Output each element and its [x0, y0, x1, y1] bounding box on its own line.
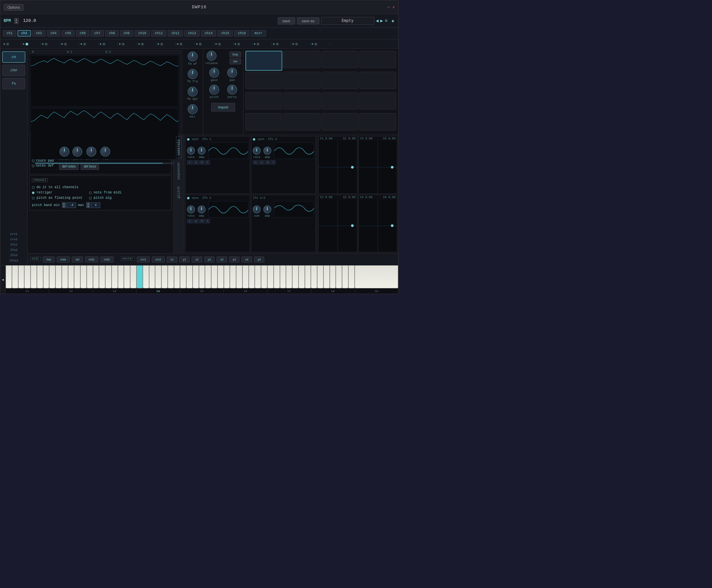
pitch-band-min-input[interactable]: ▲ ▼ -4: [62, 202, 76, 208]
pad-3[interactable]: [322, 51, 358, 68]
tab-ch16[interactable]: ch16: [234, 30, 249, 37]
key-d1[interactable]: [12, 266, 18, 288]
play-btn-ch4[interactable]: ▶: [61, 42, 63, 46]
key-e3[interactable]: [105, 266, 111, 288]
tab-ch14[interactable]: ch14: [201, 30, 216, 37]
key-e5[interactable]: [192, 266, 199, 288]
pitch-float-check[interactable]: [32, 197, 35, 200]
bottom-x2-btn[interactable]: x2: [191, 256, 202, 262]
key-a2[interactable]: [80, 266, 87, 288]
sidebar-lfo12[interactable]: lfo12: [2, 259, 25, 262]
lfo1-sync-dot[interactable]: [187, 138, 190, 141]
tab-mstr[interactable]: mstr: [251, 30, 266, 37]
key-c1[interactable]: [6, 266, 12, 288]
rec-dot-ch9[interactable]: [160, 43, 163, 45]
fm-frq-knob[interactable]: [188, 69, 198, 79]
key-c9[interactable]: [355, 266, 398, 288]
close-button[interactable]: ✕: [392, 5, 395, 9]
sidebar-hash-button[interactable]: ch#: [2, 65, 25, 76]
lfo2-amp-knob[interactable]: [198, 205, 206, 213]
tab-ch8[interactable]: ch8: [105, 30, 119, 37]
key-c6[interactable]: [224, 266, 230, 288]
curve-dot-y4x4[interactable]: [391, 224, 393, 227]
pitch-min-up[interactable]: ▲: [62, 202, 66, 205]
lfo2-rate-knob[interactable]: [187, 205, 195, 213]
do-all-check[interactable]: [32, 186, 35, 189]
key-c2[interactable]: [49, 266, 56, 288]
fm-dpt-knob[interactable]: [188, 87, 198, 97]
lfo12-sum-knob[interactable]: [253, 205, 261, 213]
key-b3[interactable]: [130, 266, 137, 288]
key-c4[interactable]: [137, 266, 143, 288]
key-f6[interactable]: [242, 266, 249, 288]
bottom-x3-btn[interactable]: x3: [217, 256, 227, 262]
key-e1[interactable]: [18, 266, 25, 288]
key-c8[interactable]: [311, 266, 317, 288]
tab-ch12[interactable]: ch12: [168, 30, 183, 37]
curve-y4x4-canvas[interactable]: [359, 200, 397, 252]
def-notes-button[interactable]: def notes: [59, 163, 79, 170]
pitch-knob[interactable]: [209, 85, 219, 94]
key-a7[interactable]: [299, 266, 305, 288]
curve-y3x3-canvas[interactable]: [359, 141, 397, 193]
key-a1[interactable]: [37, 266, 43, 288]
tab-ch4[interactable]: ch4: [47, 30, 60, 37]
sidebar-crv2[interactable]: crv2: [2, 238, 25, 241]
tab-ch10[interactable]: ch10: [135, 30, 150, 37]
playbar-track[interactable]: [35, 163, 174, 164]
play-btn-ch9[interactable]: ▶: [158, 42, 159, 46]
play-btn-ch6[interactable]: ▶: [100, 42, 102, 46]
bpm-down[interactable]: ▼: [14, 21, 19, 24]
tab-ch9[interactable]: ch9: [120, 30, 133, 37]
rec-dot-ch3[interactable]: [45, 43, 47, 45]
fm-wf-knob[interactable]: [188, 51, 198, 61]
glitch-tab[interactable]: glitch: [176, 184, 182, 202]
pitch-alg-check[interactable]: [89, 197, 91, 200]
lfo1-sine-btn[interactable]: ∿: [187, 160, 192, 165]
key-b1[interactable]: [43, 266, 49, 288]
rec-dot-ch12[interactable]: [218, 43, 221, 45]
play-btn-ch11[interactable]: ▶: [196, 42, 198, 46]
play-btn-ch13[interactable]: ▶: [235, 42, 237, 46]
key-b7[interactable]: [305, 266, 311, 288]
key-c7[interactable]: [267, 266, 273, 288]
rec-dot-ch15[interactable]: [276, 43, 279, 45]
rec-dot-ch16[interactable]: [295, 43, 298, 45]
tab-ch13[interactable]: ch13: [184, 30, 200, 37]
key-a6[interactable]: [255, 266, 261, 288]
touch-pad-radio[interactable]: [32, 160, 35, 162]
key-g3[interactable]: [118, 266, 124, 288]
pad-6[interactable]: [283, 72, 320, 89]
key-g2[interactable]: [74, 266, 80, 288]
key-d4[interactable]: [143, 266, 149, 288]
rec-dot-ch5[interactable]: [83, 43, 86, 45]
pad-14[interactable]: [283, 113, 320, 130]
play-btn-ch1[interactable]: ▶: [4, 42, 5, 46]
pitch-max-down[interactable]: ▼: [86, 205, 90, 208]
pitch-band-max-input[interactable]: ▲ ▼ 4: [86, 202, 100, 208]
release-knob[interactable]: [207, 51, 217, 61]
tab-ch6[interactable]: ch6: [76, 30, 89, 37]
save-button[interactable]: save: [278, 17, 295, 24]
key-e6[interactable]: [236, 266, 242, 288]
rec-dot-ch4[interactable]: [64, 43, 67, 45]
rec-dot-mstr[interactable]: [314, 43, 317, 45]
sidebar-lfo3[interactable]: lfo3: [2, 254, 25, 257]
lfo1-amp-knob[interactable]: [198, 147, 206, 155]
pad-10[interactable]: [283, 92, 320, 109]
sidebar-fx-button[interactable]: fx: [2, 78, 25, 89]
key-a8[interactable]: [342, 266, 348, 288]
bottom-y1-btn[interactable]: y1: [179, 256, 190, 262]
key-g4[interactable]: [161, 266, 168, 288]
key-d2[interactable]: [56, 266, 62, 288]
lfo3-rate-knob[interactable]: [253, 147, 261, 155]
curve-dot-y3x3[interactable]: [391, 166, 393, 169]
curve-y1x1-canvas[interactable]: [319, 141, 357, 193]
tab-ch3[interactable]: ch3: [32, 30, 45, 37]
lfo1-tri-btn[interactable]: ∧: [193, 160, 199, 165]
play-btn-ch12[interactable]: ▶: [216, 42, 217, 46]
curve-dot-y1x1[interactable]: [351, 166, 354, 169]
key-e4[interactable]: [149, 266, 156, 288]
rec-dot-ch14[interactable]: [257, 43, 259, 45]
key-f5[interactable]: [199, 266, 205, 288]
